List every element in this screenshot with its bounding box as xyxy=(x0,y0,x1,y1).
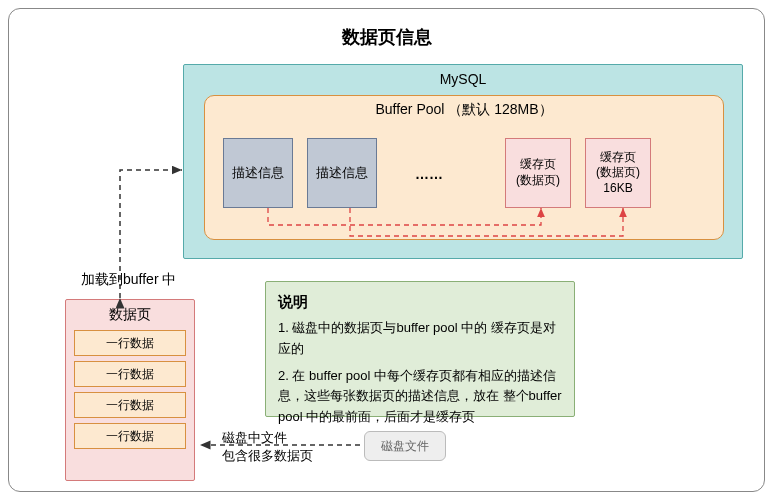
explanation-box: 说明 1. 磁盘中的数据页与buffer pool 中的 缓存页是对应的 2. … xyxy=(265,281,575,417)
diagram-container: 数据页信息 MySQL Buffer Pool （默认 128MB） 描述信息 … xyxy=(8,8,765,492)
mysql-container: MySQL Buffer Pool （默认 128MB） 描述信息 描述信息 …… xyxy=(183,64,743,259)
load-to-buffer-label: 加载到buffer 中 xyxy=(81,271,176,289)
disk-file-text: 磁盘中文件 包含很多数据页 xyxy=(222,429,313,465)
explanation-p1: 1. 磁盘中的数据页与buffer pool 中的 缓存页是对应的 xyxy=(278,318,562,360)
explanation-title: 说明 xyxy=(278,290,562,314)
ellipsis: …… xyxy=(415,166,443,182)
cache-page-box-2: 缓存页 (数据页) 16KB xyxy=(585,138,651,208)
data-row: 一行数据 xyxy=(74,361,186,387)
data-row: 一行数据 xyxy=(74,392,186,418)
mysql-label: MySQL xyxy=(184,71,742,87)
explanation-p2: 2. 在 buffer pool 中每个缓存页都有相应的描述信息，这些每张数据页… xyxy=(278,366,562,428)
desc-info-box-2: 描述信息 xyxy=(307,138,377,208)
buffer-pool-label: Buffer Pool （默认 128MB） xyxy=(205,101,723,119)
data-row: 一行数据 xyxy=(74,423,186,449)
page-title: 数据页信息 xyxy=(9,25,764,49)
disk-file-box: 磁盘文件 xyxy=(364,431,446,461)
data-page-title: 数据页 xyxy=(66,306,194,324)
data-row: 一行数据 xyxy=(74,330,186,356)
desc-info-box-1: 描述信息 xyxy=(223,138,293,208)
buffer-pool-container: Buffer Pool （默认 128MB） 描述信息 描述信息 …… 缓存页 … xyxy=(204,95,724,240)
data-page-container: 数据页 一行数据 一行数据 一行数据 一行数据 xyxy=(65,299,195,481)
cache-page-box-1: 缓存页 (数据页) xyxy=(505,138,571,208)
